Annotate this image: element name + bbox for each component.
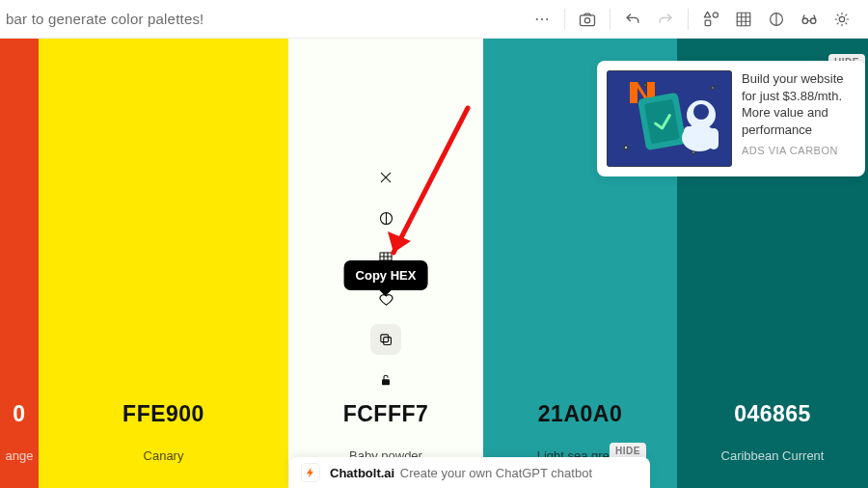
redo-button[interactable] [649,3,682,36]
svg-point-18 [624,146,628,149]
hex-code[interactable]: FCFFF7 [343,401,429,427]
top-toolbar: bar to generate color palettes! [0,0,868,39]
color-column[interactable]: Copy HEX FCFFF7 Baby powder [288,39,483,488]
ad-via: ADS VIA CARBON [742,144,855,158]
promo-logo-icon [301,463,320,482]
color-column[interactable]: FFE900 Canary [39,39,288,488]
brightness-button[interactable] [826,3,858,36]
svg-rect-3 [581,14,595,25]
color-name: Canary [144,448,184,463]
grid-button[interactable] [727,3,760,36]
hex-code[interactable]: FFE900 [122,401,204,427]
svg-point-2 [546,17,548,19]
lock-button[interactable] [370,365,401,395]
copy-hex-button[interactable] [370,324,401,355]
copy-hex-tooltip: Copy HEX [344,260,428,290]
undo-button[interactable] [616,3,649,36]
shapes-button[interactable] [694,3,727,36]
color-name: Caribbean Current [721,448,825,463]
svg-rect-27 [684,126,693,146]
svg-point-1 [541,17,543,19]
bottom-promo[interactable]: Chatbolt.ai Create your own ChatGPT chat… [289,457,650,488]
contrast-button[interactable] [760,3,793,36]
carbon-ad[interactable]: Build your website for just $3.88/mth. M… [597,61,865,176]
ad-thumbnail [607,70,732,167]
remove-color-button[interactable] [370,162,401,193]
svg-point-25 [693,104,709,120]
hex-code[interactable]: 0 [13,401,25,427]
svg-rect-6 [705,20,711,26]
color-name: ange [6,448,34,463]
glasses-button[interactable] [793,3,826,36]
hex-code[interactable]: 046865 [734,401,811,427]
color-column[interactable]: 0 ange [0,39,39,488]
svg-point-4 [584,17,589,22]
svg-rect-16 [382,379,390,385]
more-button[interactable] [526,3,558,36]
svg-point-11 [839,16,844,21]
promo-text: Chatbolt.ai Create your own ChatGPT chat… [330,466,592,480]
toolbar-hint: bar to generate color palettes! [6,11,204,27]
ad-text-wrap: Build your website for just $3.88/mth. M… [742,70,855,167]
svg-rect-7 [737,13,750,26]
svg-point-0 [536,17,538,19]
promo-brand: Chatbolt.ai [330,466,394,480]
svg-point-19 [711,86,714,89]
ad-copy: Build your website for just $3.88/mth. M… [742,70,855,138]
svg-point-21 [644,84,647,87]
svg-rect-15 [380,334,388,341]
camera-button[interactable] [571,3,604,36]
svg-point-5 [713,13,718,17]
svg-rect-28 [709,128,719,149]
svg-point-20 [692,150,694,153]
hex-code[interactable]: 21A0A0 [538,401,622,427]
shades-button[interactable] [370,203,401,233]
svg-rect-14 [383,337,391,344]
